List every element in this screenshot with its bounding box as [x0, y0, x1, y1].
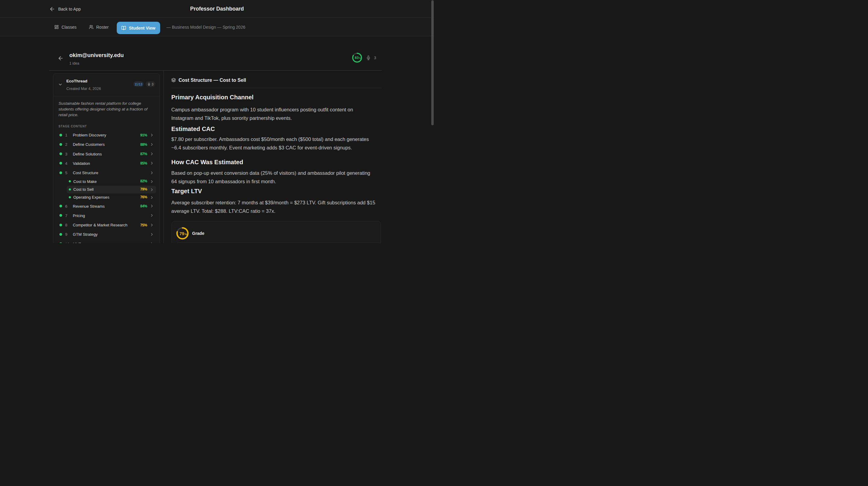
svg-text:79: 79	[180, 231, 184, 236]
svg-text:%: %	[185, 233, 187, 236]
svg-text:83: 83	[355, 56, 359, 59]
svg-text:%: %	[359, 57, 361, 59]
